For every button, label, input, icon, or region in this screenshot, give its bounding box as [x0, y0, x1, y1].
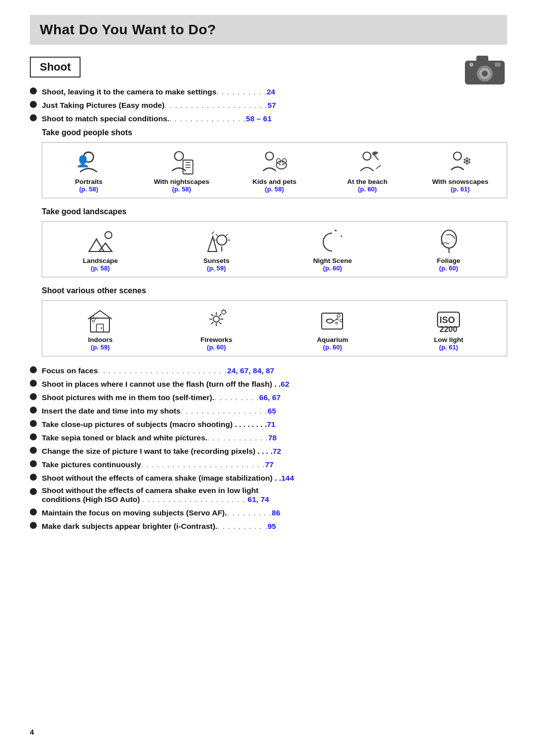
bullet-dot — [30, 87, 37, 94]
page-ref-1: 24 — [267, 87, 275, 96]
fireworks-label: Fireworks — [200, 336, 232, 343]
bb-dots-10: . . . . . . . . . . . . . . . . . . . . — [142, 495, 248, 504]
svg-text:👤: 👤 — [76, 155, 90, 168]
svg-point-42 — [101, 327, 102, 329]
bb-page-3: 66, 67 — [259, 393, 280, 402]
beach-label: At the beach — [347, 178, 387, 185]
bb-dots-1: . . . . . . . . . . . . . . . . . . . . … — [98, 366, 227, 375]
svg-rect-10 — [183, 160, 193, 174]
svg-marker-25 — [89, 239, 104, 252]
fireworks-icon — [201, 307, 231, 334]
night-label: Night Scene — [313, 257, 352, 264]
kids-icon — [260, 149, 289, 176]
icon-night: Night Scene (p. 60) — [274, 228, 391, 272]
aquarium-label: Aquarium — [317, 336, 348, 343]
bottom-bullet-7: Change the size of picture I want to tak… — [30, 446, 507, 456]
bullet-dot — [30, 407, 37, 414]
bb-text-10a: Shoot without the effects of camera shak… — [42, 486, 259, 495]
bb-dots-6: . . . . . . . . . . . . — [207, 433, 268, 442]
bottom-bullet-list: Focus on faces . . . . . . . . . . . . .… — [30, 365, 507, 531]
aquarium-page: (p. 60) — [323, 343, 342, 351]
bottom-bullet-11: Maintain the focus on moving subjects (S… — [30, 507, 507, 517]
lowlight-icon: ISO 2200 — [434, 307, 463, 334]
lowlight-label: Low light — [434, 336, 463, 343]
icon-fireworks: Fireworks (p. 60) — [159, 307, 275, 351]
bullet-dot — [30, 474, 37, 481]
svg-point-15 — [276, 161, 286, 169]
landscape-icon — [86, 228, 115, 255]
bullet-dot — [30, 447, 37, 454]
icon-nightscapes: With nightscapes (p. 58) — [135, 149, 228, 193]
bottom-bullet-5: Take close-up pictures of subjects (macr… — [30, 419, 507, 429]
bb-text-4: Insert the date and time into my shots — [42, 407, 180, 416]
bb-text-11: Maintain the focus on moving subjects (S… — [42, 508, 227, 517]
landscapes-grid: Landscape (p. 58) Sunsets (p. 59) — [42, 221, 507, 277]
landscape-label: Landscape — [83, 257, 118, 264]
sunsets-page: (p. 59) — [207, 264, 226, 272]
svg-line-55 — [219, 314, 221, 316]
bb-dots-4: . . . . . . . . . . . . . . . . . — [180, 407, 268, 416]
bb-text-10b: conditions (High ISO Auto) — [42, 495, 140, 504]
icon-portraits: 👤 Portraits (p. 58) — [42, 149, 135, 193]
sunsets-icon — [201, 228, 231, 255]
svg-point-9 — [175, 152, 183, 161]
bb-text-5: Take close-up pictures of subjects (macr… — [42, 420, 267, 429]
svg-line-66 — [337, 319, 339, 320]
bb-text-3: Shoot pictures with me in them too (self… — [42, 393, 214, 402]
bb-page-1: 24, 67, 84, 87 — [227, 366, 274, 375]
icon-kids: Kids and pets (p. 58) — [228, 149, 321, 193]
svg-line-53 — [211, 314, 213, 316]
bb-dots-8: . . . . . . . . . . . . . . . . . . . . … — [141, 460, 265, 469]
beach-page: (p. 60) — [358, 185, 377, 193]
icon-foliage: Foliage (p. 60) — [391, 228, 507, 272]
bb-dots-12: . . . . . . . . . . — [217, 522, 268, 531]
nightscapes-page: (p. 58) — [172, 185, 191, 193]
bullet-dot — [30, 460, 37, 467]
bottom-bullet-2: Shoot in places where I cannot use the f… — [30, 379, 507, 389]
bottom-bullet-8: Take pictures continuously . . . . . . .… — [30, 459, 507, 469]
icon-aquarium: Aquarium (p. 60) — [274, 307, 391, 351]
svg-rect-62 — [322, 313, 343, 329]
bottom-bullet-1: Focus on faces . . . . . . . . . . . . .… — [30, 365, 507, 375]
svg-point-68 — [336, 322, 338, 324]
fireworks-page: (p. 60) — [207, 343, 226, 351]
bb-text-1: Focus on faces — [42, 366, 98, 375]
landscapes-label: Take good landscapes — [42, 207, 507, 216]
icon-sunsets: Sunsets (p. 59) — [159, 228, 275, 272]
dots-1: . . . . . . . . . . — [216, 87, 267, 96]
portraits-label: Portraits — [75, 178, 103, 185]
other-scenes-grid: · Indoors (p. 59) — [42, 300, 507, 356]
svg-point-67 — [337, 314, 340, 317]
night-page: (p. 60) — [323, 264, 342, 272]
bb-text-9: Shoot without the effects of camera shak… — [42, 474, 281, 483]
snow-label: With snowscapes — [432, 178, 488, 185]
bb-page-7: 72 — [272, 447, 281, 456]
bullet-dot — [30, 380, 37, 387]
bb-text-12: Make dark subjects appear brighter (i-Co… — [42, 522, 217, 531]
svg-marker-37 — [340, 235, 343, 237]
svg-line-34 — [216, 234, 218, 236]
landscape-page: (p. 58) — [91, 264, 110, 272]
bb-text-6: Take sepia toned or black and white pict… — [42, 433, 207, 442]
svg-point-20 — [363, 152, 371, 160]
bb-page-4: 65 — [268, 407, 276, 416]
bb-page-6: 78 — [268, 433, 276, 442]
svg-text:2200: 2200 — [440, 325, 457, 333]
bullet-dot — [30, 393, 37, 400]
portraits-icon: 👤 — [74, 149, 103, 176]
svg-point-48 — [213, 316, 219, 322]
bb-page-8: 77 — [265, 460, 273, 469]
svg-point-44 — [92, 320, 94, 322]
svg-point-38 — [442, 230, 456, 248]
svg-point-18 — [279, 164, 281, 165]
dots-2: . . . . . . . . . . . . . . . . . . . . — [165, 101, 268, 110]
icon-landscape: Landscape (p. 58) — [42, 228, 159, 272]
bullet-text-3: Shoot to match special conditions. — [42, 114, 170, 123]
page-ref-3: 58 – 61 — [246, 114, 272, 123]
svg-point-30 — [217, 235, 227, 245]
shoot-badge: Shoot — [30, 57, 81, 78]
svg-point-63 — [327, 319, 328, 320]
svg-point-19 — [282, 164, 284, 165]
svg-point-69 — [340, 319, 343, 322]
page-number: 4 — [30, 728, 34, 736]
